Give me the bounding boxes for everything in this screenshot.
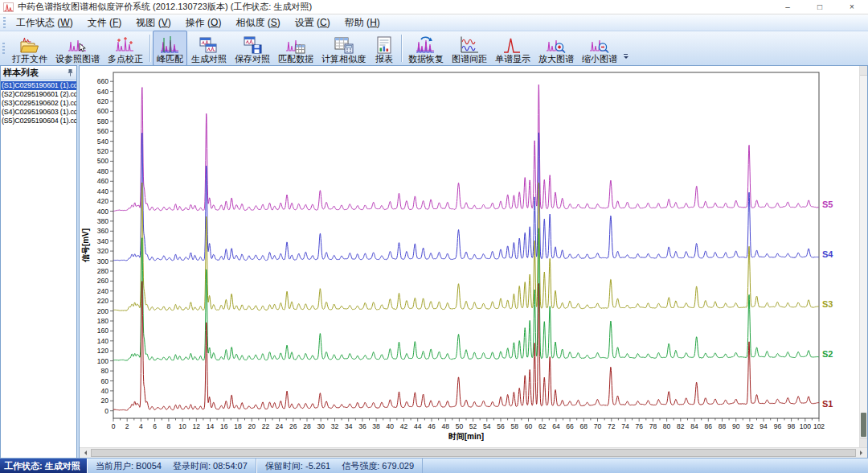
svg-text:44: 44 bbox=[414, 422, 422, 430]
zoom-out-icon bbox=[589, 35, 610, 54]
toolbar-button-spectra-spacing[interactable]: 图谱间距 bbox=[448, 31, 491, 66]
sample-list-item[interactable]: (S3)C0295190602 (1).cdf bbox=[1, 99, 76, 108]
svg-text:34: 34 bbox=[345, 422, 353, 430]
menu-bar: 工作状态 (W)文件 (F)视图 (V)操作 (O)相似度 (S)设置 (C)帮… bbox=[0, 14, 868, 31]
svg-text:信号[mV]: 信号[mV] bbox=[81, 228, 90, 263]
close-button[interactable]: × bbox=[836, 0, 868, 14]
toolbar-button-match-data[interactable]: 匹配数据 bbox=[274, 31, 317, 66]
svg-text:50: 50 bbox=[456, 422, 464, 430]
menu-help[interactable]: 帮助 (H) bbox=[338, 14, 387, 31]
svg-text:540: 540 bbox=[97, 138, 108, 146]
svg-text:80: 80 bbox=[101, 367, 109, 375]
vertical-scrollbar[interactable] bbox=[859, 66, 867, 447]
svg-text:时间[min]: 时间[min] bbox=[448, 432, 484, 441]
svg-text:54: 54 bbox=[483, 422, 491, 430]
toolbar-button-single-display[interactable]: 单谱显示 bbox=[491, 31, 534, 66]
menu-view[interactable]: 视图 (V) bbox=[129, 14, 178, 31]
svg-text:S1: S1 bbox=[822, 399, 833, 409]
menu-workstate[interactable]: 工作状态 (W) bbox=[9, 14, 80, 31]
toolbar-overflow-button[interactable] bbox=[622, 32, 629, 64]
toolbar-button-peak-match[interactable]: 峰匹配 bbox=[153, 31, 187, 66]
svg-text:92: 92 bbox=[746, 422, 754, 430]
status-field: 登录时间: 08:54:07 bbox=[173, 460, 248, 472]
svg-text:98: 98 bbox=[788, 422, 796, 430]
cursor-readout-status: 保留时间: -5.261信号强度: 679.029 bbox=[256, 459, 423, 473]
svg-text:40: 40 bbox=[101, 387, 109, 395]
horizontal-scroll-track[interactable] bbox=[91, 448, 856, 458]
svg-text:340: 340 bbox=[97, 237, 108, 245]
window-controls: –□× bbox=[772, 0, 868, 14]
svg-text:30: 30 bbox=[317, 422, 325, 430]
sample-list: (S1)C0295190601 (1).cdf(S2)C0295190601 (… bbox=[1, 80, 76, 458]
svg-text:6: 6 bbox=[153, 422, 157, 430]
sample-list-item[interactable]: (S1)C0295190601 (1).cdf bbox=[1, 81, 76, 90]
svg-text:500: 500 bbox=[97, 157, 108, 165]
svg-text:0: 0 bbox=[104, 407, 108, 415]
svg-text:20: 20 bbox=[101, 397, 109, 405]
chart-panel: 0246810121416182022242628303234363840424… bbox=[79, 65, 868, 459]
toolbar-button-label: 单谱显示 bbox=[495, 54, 530, 64]
scroll-up-arrow[interactable] bbox=[860, 66, 867, 76]
sample-list-item[interactable]: (S4)C0295190603 (1).cdf bbox=[1, 108, 76, 117]
menu-settings[interactable]: 设置 (C) bbox=[288, 14, 338, 31]
maximize-button[interactable]: □ bbox=[804, 0, 836, 14]
toolbar-button-zoom-in[interactable]: 放大图谱 bbox=[534, 31, 578, 66]
menubar-grip-handle[interactable] bbox=[3, 17, 6, 28]
toolbar-button-data-restore[interactable]: 数据恢复 bbox=[404, 31, 448, 66]
scroll-right-arrow[interactable] bbox=[856, 448, 867, 458]
scroll-left-arrow[interactable] bbox=[80, 448, 91, 458]
svg-text:94: 94 bbox=[760, 422, 768, 430]
toolbar-button-calc-similarity[interactable]: 计算相似度 bbox=[317, 31, 370, 66]
svg-text:220: 220 bbox=[97, 297, 108, 305]
svg-text:620: 620 bbox=[97, 97, 108, 105]
sample-list-item[interactable]: (S2)C0295190601 (2).cdf bbox=[1, 90, 76, 99]
toolbar-button-open-file[interactable]: 打开文件 bbox=[8, 31, 51, 66]
svg-text:S3: S3 bbox=[822, 299, 833, 309]
svg-text:400: 400 bbox=[97, 208, 108, 216]
toolbar-button-label: 报表 bbox=[375, 54, 393, 64]
sample-list-title: 样本列表 bbox=[3, 67, 39, 79]
report-icon bbox=[374, 35, 395, 54]
scroll-down-arrow[interactable] bbox=[860, 438, 867, 447]
horizontal-scrollbar[interactable] bbox=[80, 447, 867, 458]
pin-icon[interactable] bbox=[67, 66, 74, 80]
toolbar-grip-handle[interactable] bbox=[2, 43, 5, 54]
svg-text:260: 260 bbox=[97, 277, 108, 285]
menu-file[interactable]: 文件 (F) bbox=[80, 14, 129, 31]
toolbar-button-zoom-out[interactable]: 缩小图谱 bbox=[578, 31, 621, 66]
toolbar-button-generate-reference[interactable]: 生成对照 bbox=[187, 31, 231, 66]
toolbar-button-label: 设参照图谱 bbox=[55, 54, 100, 64]
svg-text:240: 240 bbox=[97, 287, 108, 295]
toolbar-button-multi-point-correction[interactable]: 多点校正 bbox=[104, 31, 147, 66]
svg-text:38: 38 bbox=[372, 422, 380, 430]
svg-text:90: 90 bbox=[732, 422, 740, 430]
svg-text:84: 84 bbox=[690, 422, 698, 430]
toolbar-button-set-reference[interactable]: 设参照图谱 bbox=[51, 31, 104, 66]
save-reference-icon bbox=[242, 35, 263, 54]
menu-operate[interactable]: 操作 (O) bbox=[178, 14, 229, 31]
sample-list-header: 样本列表 bbox=[1, 66, 76, 80]
svg-text:96: 96 bbox=[774, 422, 782, 430]
svg-text:420: 420 bbox=[97, 197, 108, 205]
sample-list-item[interactable]: (S5)C0295190604 (1).cdf bbox=[1, 117, 76, 125]
svg-text:64: 64 bbox=[552, 422, 560, 430]
svg-text:62: 62 bbox=[538, 422, 547, 430]
svg-text:160: 160 bbox=[97, 327, 108, 335]
svg-text:68: 68 bbox=[580, 422, 588, 430]
svg-text:300: 300 bbox=[97, 257, 108, 265]
svg-text:88: 88 bbox=[719, 422, 727, 430]
toolbar-button-save-reference[interactable]: 保存对照 bbox=[231, 31, 274, 66]
svg-text:280: 280 bbox=[97, 267, 108, 275]
svg-text:16: 16 bbox=[220, 422, 228, 430]
vertical-scroll-thumb[interactable] bbox=[861, 413, 866, 437]
svg-text:60: 60 bbox=[525, 422, 533, 430]
menu-similarity[interactable]: 相似度 (S) bbox=[228, 14, 287, 31]
horizontal-scroll-thumb[interactable] bbox=[91, 449, 856, 457]
toolbar-button-label: 峰匹配 bbox=[157, 54, 183, 64]
plot-host: 0246810121416182022242628303234363840424… bbox=[80, 66, 858, 451]
toolbar-button-report[interactable]: 报表 bbox=[370, 31, 399, 66]
svg-text:100: 100 bbox=[800, 422, 811, 430]
svg-text:640: 640 bbox=[97, 88, 108, 96]
minimize-button[interactable]: – bbox=[772, 0, 804, 14]
svg-text:0: 0 bbox=[112, 422, 116, 430]
